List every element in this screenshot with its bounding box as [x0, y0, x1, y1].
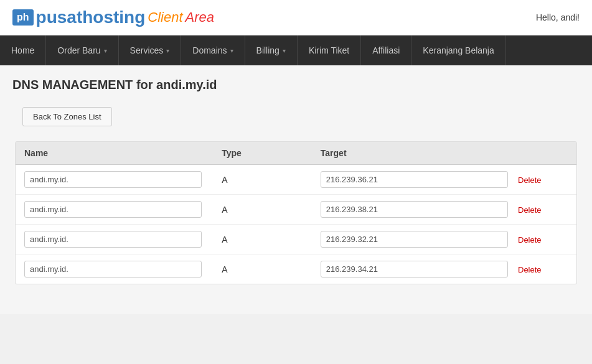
nav-keranjang-belanja[interactable]: Keranjang Belanja [411, 35, 505, 65]
logo: ph pusathosting ClientArea [12, 7, 214, 27]
arrow-icon: ▾ [230, 47, 233, 54]
main-content: DNS MANAGEMENT for andi.my.id Back To Zo… [0, 65, 592, 314]
nav-domains[interactable]: Domains ▾ [181, 35, 245, 65]
arrow-icon: ▾ [166, 47, 169, 54]
name-cell [24, 231, 222, 248]
name-input[interactable] [24, 231, 202, 248]
col-type: Type [222, 148, 321, 158]
nav-order-baru[interactable]: Order Baru ▾ [46, 35, 118, 65]
action-cell: Delete [518, 205, 568, 215]
action-cell: Delete [518, 175, 568, 185]
name-cell [24, 201, 222, 218]
arrow-icon: ▾ [104, 47, 107, 54]
col-name: Name [24, 148, 222, 158]
arrow-icon: ▾ [283, 47, 286, 54]
target-cell [321, 171, 518, 188]
target-cell [321, 201, 518, 218]
name-cell [24, 171, 222, 188]
type-cell: A [222, 235, 321, 245]
table-row: A Delete [16, 254, 576, 284]
logo-area: Area [186, 9, 214, 26]
nav-affiliasi[interactable]: Affiliasi [361, 35, 411, 65]
delete-link[interactable]: Delete [518, 265, 542, 274]
target-input[interactable] [321, 171, 508, 188]
page-title: DNS MANAGEMENT for andi.my.id [12, 78, 580, 92]
target-cell [321, 231, 518, 248]
delete-link[interactable]: Delete [518, 205, 542, 215]
table-row: A Delete [16, 225, 576, 254]
user-greeting: Hello, andi! [536, 12, 580, 22]
target-input[interactable] [321, 261, 508, 278]
type-cell: A [222, 205, 321, 215]
type-cell: A [222, 175, 321, 185]
name-input[interactable] [24, 171, 202, 188]
back-to-zones-button[interactable]: Back To Zones List [22, 107, 112, 126]
main-nav: Home Order Baru ▾ Services ▾ Domains ▾ B… [0, 35, 592, 65]
type-cell: A [222, 264, 321, 274]
dns-table-container: Name Type Target A Delete A [15, 141, 577, 284]
name-cell [24, 261, 222, 278]
col-target: Target [321, 148, 518, 158]
nav-home[interactable]: Home [0, 35, 46, 65]
target-input[interactable] [321, 201, 508, 218]
action-cell: Delete [518, 264, 568, 274]
nav-kirim-tiket[interactable]: Kirim Tiket [298, 35, 361, 65]
header: ph pusathosting ClientArea Hello, andi! [0, 0, 592, 35]
action-cell: Delete [518, 235, 568, 245]
table-row: A Delete [16, 165, 576, 195]
logo-client: Client [148, 9, 182, 26]
delete-link[interactable]: Delete [518, 175, 542, 185]
name-input[interactable] [24, 201, 202, 218]
logo-text: pusathosting [36, 7, 146, 27]
nav-billing[interactable]: Billing ▾ [245, 35, 298, 65]
col-action [518, 148, 568, 158]
table-row: A Delete [16, 195, 576, 225]
target-input[interactable] [321, 231, 508, 248]
nav-services[interactable]: Services ▾ [119, 35, 182, 65]
table-header: Name Type Target [16, 142, 576, 165]
name-input[interactable] [24, 261, 202, 278]
logo-icon: ph [12, 9, 34, 26]
delete-link[interactable]: Delete [518, 235, 542, 245]
target-cell [321, 261, 518, 278]
